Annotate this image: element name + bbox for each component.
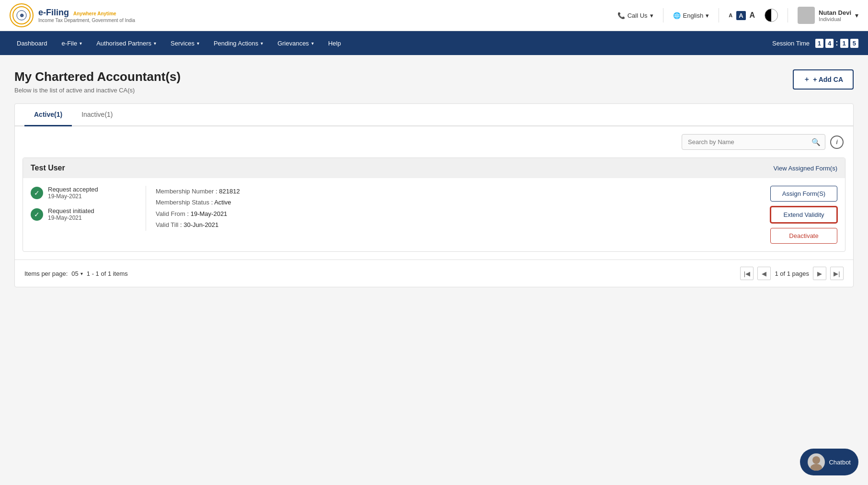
assign-form-button[interactable]: Assign Form(S): [770, 186, 837, 202]
chatbot-avatar: [808, 453, 825, 471]
tab-inactive[interactable]: Inactive(1): [72, 104, 122, 126]
logo-sub: Income Tax Department, Government of Ind…: [38, 18, 135, 23]
ca-name: Test User: [31, 164, 65, 172]
nav-efile[interactable]: e-File ▾: [55, 31, 90, 55]
date-1: 19-May-2021: [48, 193, 98, 200]
page-header-left: My Chartered Accountant(s) Below is the …: [14, 69, 181, 94]
status-1: Request accepted: [48, 186, 98, 193]
session-digit-3: 1: [840, 39, 848, 48]
view-forms-link[interactable]: View Assigned Form(s): [774, 165, 837, 172]
user-menu[interactable]: Nutan Devi Individual ▾: [798, 7, 858, 24]
session-time-label: Session Time: [772, 40, 810, 47]
language-selector[interactable]: 🌐 English ▾: [673, 12, 709, 19]
header-controls: 📞 Call Us ▾ 🌐 English ▾ A A A Nutan Devi…: [617, 7, 858, 24]
search-input-wrap: 🔍: [682, 134, 825, 150]
info-icon[interactable]: i: [830, 135, 844, 149]
nav-dashboard[interactable]: Dashboard: [10, 31, 55, 55]
chevron-down-icon: ▾: [650, 12, 653, 19]
svg-point-3: [812, 456, 820, 464]
logo-area: ☸ e-Filing Anywhere Anytime Income Tax D…: [10, 3, 135, 27]
header: ☸ e-Filing Anywhere Anytime Income Tax D…: [0, 0, 868, 31]
per-page-arrow: ▾: [80, 271, 83, 276]
session-digit-2: 4: [825, 39, 834, 48]
chatbot-widget[interactable]: Chatbot: [800, 449, 858, 475]
pagination-controls: |◀ ◀ 1 of 1 pages ▶ ▶|: [740, 267, 844, 280]
nav-grievances[interactable]: Grievances ▾: [270, 31, 321, 55]
svg-point-4: [811, 464, 822, 471]
call-us-button[interactable]: 📞 Call Us ▾: [617, 12, 653, 19]
user-name: Nutan Devi: [819, 9, 851, 16]
ca-card-body: ✓ Request accepted 19-May-2021 ✓ Request…: [23, 178, 845, 251]
font-large-button[interactable]: A: [750, 11, 755, 20]
session-colon: :: [835, 39, 838, 47]
search-input[interactable]: [682, 134, 825, 150]
font-small-button[interactable]: A: [729, 12, 732, 18]
svg-text:☸: ☸: [20, 13, 24, 18]
tab-active[interactable]: Active(1): [24, 104, 72, 126]
valid-from-row: Valid From : 19-May-2021: [156, 208, 761, 219]
ca-details: Membership Number : 821812 Membership St…: [146, 186, 761, 231]
user-info: Nutan Devi Individual: [819, 9, 851, 22]
membership-number-row: Membership Number : 821812: [156, 186, 761, 197]
nav-help[interactable]: Help: [321, 31, 348, 55]
font-medium-button[interactable]: A: [736, 11, 745, 20]
check-circle-1: ✓: [31, 187, 43, 199]
add-ca-label: + Add CA: [813, 76, 843, 83]
contrast-toggle[interactable]: [765, 9, 778, 22]
deactivate-button[interactable]: Deactivate: [770, 228, 837, 244]
page-content: My Chartered Accountant(s) Below is the …: [0, 55, 868, 485]
page-info: 1 of 1 pages: [775, 270, 809, 277]
timeline-text-1: Request accepted 19-May-2021: [48, 186, 98, 200]
membership-status-label: Membership Status: [156, 199, 209, 206]
logo-main: e-Filing Anywhere Anytime: [38, 8, 135, 18]
next-page-button[interactable]: ▶: [813, 267, 826, 280]
valid-till-label: Valid Till: [156, 221, 178, 228]
membership-status-row: Membership Status : Active: [156, 197, 761, 208]
per-page-select[interactable]: 05 ▾: [71, 270, 82, 277]
add-ca-button[interactable]: ＋ + Add CA: [793, 69, 854, 90]
extend-validity-button[interactable]: Extend Validity: [770, 206, 837, 223]
divider-2: [719, 8, 719, 23]
logo-emblem: ☸: [10, 3, 34, 27]
session-digit-1: 1: [815, 39, 823, 48]
page-title: My Chartered Accountant(s): [14, 69, 181, 84]
per-page-value: 05: [71, 270, 78, 277]
valid-till-row: Valid Till : 30-Jun-2021: [156, 219, 761, 230]
last-page-button[interactable]: ▶|: [830, 267, 844, 280]
membership-number-value: 821812: [219, 188, 240, 195]
chatbot-label: Chatbot: [829, 459, 851, 466]
chevron-authorised: ▾: [154, 41, 156, 46]
timeline-item-2: ✓ Request initiated 19-May-2021: [31, 207, 136, 221]
nav-pending-actions[interactable]: Pending Actions ▾: [206, 31, 270, 55]
date-2: 19-May-2021: [48, 214, 94, 221]
prev-page-button[interactable]: ◀: [757, 267, 771, 280]
tabs: Active(1) Inactive(1): [15, 104, 853, 126]
timeline-item-1: ✓ Request accepted 19-May-2021: [31, 186, 136, 200]
search-icon: 🔍: [811, 138, 821, 147]
status-2: Request initiated: [48, 207, 94, 214]
valid-till-value: 30-Jun-2021: [183, 221, 218, 228]
nav-services[interactable]: Services ▾: [163, 31, 206, 55]
divider-3: [788, 8, 788, 23]
search-area: 🔍 i: [15, 126, 853, 158]
colon-3: :: [187, 210, 191, 217]
valid-from-value: 19-May-2021: [191, 210, 228, 217]
nav-authorised-partners[interactable]: Authorised Partners ▾: [89, 31, 163, 55]
user-chevron-icon: ▾: [855, 11, 858, 19]
page-subtitle: Below is the list of active and inactive…: [14, 87, 181, 94]
user-role: Individual: [819, 16, 851, 22]
logo-text: e-Filing Anywhere Anytime Income Tax Dep…: [38, 8, 135, 23]
membership-number-label: Membership Number: [156, 188, 214, 195]
session-time: Session Time 1 4 : 1 5: [772, 39, 858, 48]
check-circle-2: ✓: [31, 208, 43, 221]
language-label: English: [683, 12, 704, 19]
phone-icon: 📞: [617, 12, 625, 19]
first-page-button[interactable]: |◀: [740, 267, 754, 280]
efiling-text: e-Filing: [38, 8, 69, 17]
chevron-services: ▾: [197, 41, 199, 46]
chevron-grievances: ▾: [311, 41, 314, 46]
plus-icon: ＋: [803, 75, 810, 84]
ca-actions: Assign Form(S) Extend Validity Deactivat…: [770, 186, 837, 244]
session-digit-4: 5: [850, 39, 858, 48]
main-card: Active(1) Inactive(1) 🔍 i Test User View…: [14, 103, 854, 287]
